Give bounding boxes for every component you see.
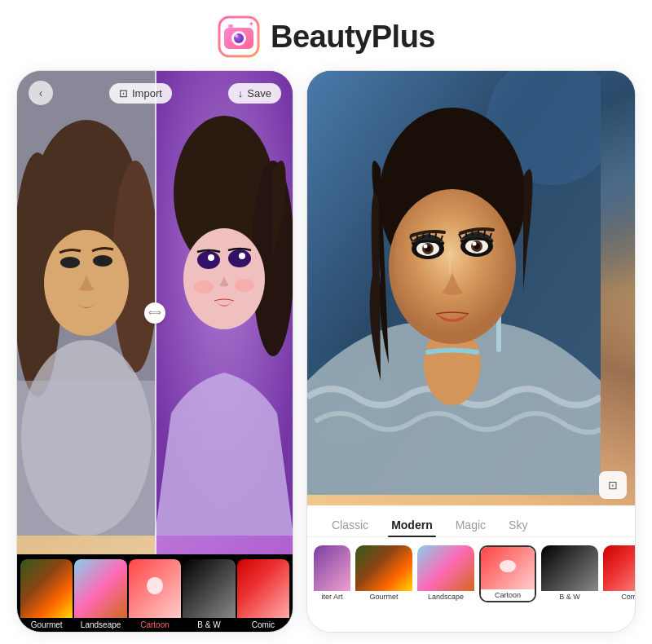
tab-modern[interactable]: Modern: [380, 514, 444, 536]
svg-point-14: [93, 255, 112, 267]
svg-point-13: [60, 257, 80, 268]
face-original-svg: [17, 71, 155, 536]
app-title: BeautyPlus: [271, 20, 435, 55]
original-photo-half: [17, 71, 155, 554]
svg-rect-6: [228, 24, 233, 28]
svg-point-24: [197, 251, 220, 269]
filter-label-gourmet: Gourmet: [20, 618, 73, 632]
filter-item-bw[interactable]: B & W: [183, 559, 235, 632]
filter-label-cartoon: Cartoon: [129, 618, 181, 632]
tab-sky[interactable]: Sky: [497, 514, 539, 536]
filter-right-label-bw: B & W: [541, 591, 598, 602]
svg-text:✦: ✦: [249, 20, 254, 28]
filter-right-iter-art[interactable]: iter Art: [314, 545, 350, 602]
filter-label-landscape: Landseape: [74, 618, 126, 632]
back-button[interactable]: ‹: [29, 81, 53, 105]
svg-point-23: [235, 279, 254, 292]
filter-right-gourmet[interactable]: Gourmet: [355, 545, 412, 602]
save-arrow-icon: ↓: [238, 87, 244, 99]
split-image-area: ⟺: [17, 71, 293, 554]
app-header: ✦ BeautyPlus: [217, 0, 435, 70]
compare-icon: ⊡: [608, 479, 618, 492]
filter-item-landscape[interactable]: Landseape: [74, 559, 126, 632]
filter-right-label-gourmet: Gourmet: [355, 591, 412, 602]
left-phone-mockup: ‹ ⊡ Import ↓ Save: [16, 70, 293, 633]
app-logo-icon: ✦: [217, 15, 261, 59]
save-label: Save: [247, 87, 271, 99]
filter-tabs: Classic Modern Magic Sky: [307, 505, 635, 537]
filter-right-cartoon[interactable]: Cartoon: [479, 545, 536, 602]
import-icon: ⊡: [119, 87, 128, 99]
illustrated-photo-half: [155, 71, 293, 554]
face-illustrated-svg: [155, 71, 293, 536]
right-phone-mockup: ⊡ Classic Modern Magic Sky iter Art: [306, 70, 636, 633]
filter-item-cartoon[interactable]: Cartoon: [129, 559, 181, 632]
filter-right-label-iter-art: iter Art: [314, 591, 350, 602]
left-filter-strip: Gourmet Landseape Cartoon B & W Comic: [17, 554, 293, 632]
filter-label-bw: B & W: [183, 618, 235, 632]
left-top-bar: ‹ ⊡ Import ↓ Save: [17, 71, 293, 115]
svg-point-26: [208, 254, 214, 261]
filter-item-comic[interactable]: Comic: [237, 559, 289, 632]
svg-point-25: [228, 249, 251, 267]
split-handle[interactable]: ⟺: [144, 302, 165, 324]
tab-magic[interactable]: Magic: [444, 514, 497, 536]
svg-rect-16: [17, 381, 155, 536]
filter-right-comic[interactable]: Comic: [603, 545, 635, 602]
right-filter-row: iter Art Gourmet Landscape Cartoon B & W: [307, 537, 635, 611]
filter-right-label-cartoon: Cartoon: [481, 589, 535, 601]
filter-right-bw[interactable]: B & W: [541, 545, 598, 602]
filter-label-comic: Comic: [237, 618, 289, 632]
svg-point-5: [235, 34, 238, 37]
svg-point-27: [239, 253, 245, 259]
svg-point-39: [424, 245, 428, 249]
portrait-face-svg: [307, 71, 601, 495]
right-bottom-panel: Classic Modern Magic Sky iter Art Gourme…: [307, 505, 635, 632]
import-button[interactable]: ⊡ Import: [109, 83, 172, 104]
svg-point-22: [194, 280, 214, 293]
filter-right-label-landscape: Landscape: [417, 591, 474, 602]
main-content: ‹ ⊡ Import ↓ Save: [0, 70, 652, 644]
filter-item-gourmet[interactable]: Gourmet: [20, 559, 73, 632]
filter-right-landscape[interactable]: Landscape: [417, 545, 474, 602]
tab-classic[interactable]: Classic: [320, 514, 380, 536]
import-label: Import: [132, 87, 162, 99]
filter-right-label-comic: Comic: [603, 591, 635, 602]
save-button[interactable]: ↓ Save: [228, 83, 281, 104]
portrait-photo-area: ⊡: [307, 71, 635, 505]
svg-point-44: [473, 242, 477, 246]
compare-button[interactable]: ⊡: [599, 471, 627, 499]
